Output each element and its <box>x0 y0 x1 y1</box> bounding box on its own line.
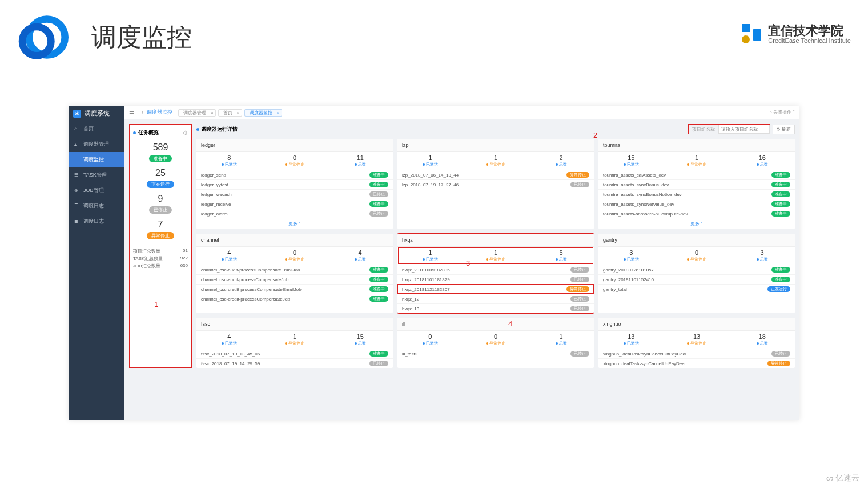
card-stats: 4已激活 0异常停止 4总数 <box>196 247 393 265</box>
card-title[interactable]: hxqz <box>397 234 594 247</box>
nav-icon: ▴ <box>74 142 80 147</box>
card-title[interactable]: gantry <box>598 234 795 247</box>
project-card: lzp 1已激活 1异常停止 2总数 lzp_2018_07_06_14_13_… <box>397 139 594 229</box>
stat-label: TASK汇总数量 <box>133 255 163 262</box>
job-row[interactable]: lzp_2018_07_06_14_13_44异常停止 <box>397 170 594 179</box>
card-title[interactable]: xinghuo <box>598 318 795 331</box>
job-row[interactable]: gantry_20180726101057准备中 <box>598 265 795 274</box>
job-name: channel_csc-credit-processCompensateJob <box>201 297 290 302</box>
job-row[interactable]: gantry_20181101152410准备中 <box>598 274 795 284</box>
job-status-tag: 异常停止 <box>566 172 589 178</box>
job-name: toumira_assets-abroadra-pulcompute-dev <box>603 211 688 217</box>
job-row[interactable]: xinghuo_dealTask-synCancelUnPayDeal异常停止 <box>598 358 795 368</box>
card-stats: 3已激活 0异常停止 3总数 <box>598 247 795 265</box>
card-title[interactable]: toumira <box>598 139 795 152</box>
close-ops-dropdown[interactable]: › 关闭操作 ˅ <box>770 109 795 115</box>
job-name: gantry_20181101152410 <box>603 277 654 282</box>
job-row[interactable]: channel_csc-credit-processCompensateJob准… <box>196 294 393 303</box>
card-title[interactable]: fssc <box>196 318 393 331</box>
nav-icon: ≣ <box>74 219 80 224</box>
menu-toggle-icon[interactable]: ☰ <box>129 109 137 117</box>
job-name: toumira_assets_syncBonusNotice_dev <box>603 192 682 197</box>
annotation-1: 1 <box>154 300 158 309</box>
tab[interactable]: 首页 <box>218 109 242 117</box>
job-row[interactable]: hxqz_13已停止 <box>397 303 594 313</box>
breadcrumb[interactable]: 调度器监控 <box>147 109 172 116</box>
job-row[interactable]: ledger_wecash已停止 <box>196 189 393 199</box>
card-title[interactable]: channel <box>196 234 393 247</box>
more-link[interactable]: 更多 ˅ <box>196 218 393 229</box>
card-stats: 1已激活 1异常停止 2总数 <box>397 152 594 170</box>
nav-item-5[interactable]: ≣调度日志 <box>69 198 124 214</box>
job-name: channel_csc-audit-processCompensateJob <box>201 277 288 282</box>
job-row[interactable]: ill_test2已停止 <box>397 349 594 358</box>
job-row[interactable]: toumira_assets_calAssets_dev准备中 <box>598 170 795 179</box>
job-name: ill_test2 <box>402 351 417 357</box>
overview-status-pill: 准备中 <box>149 155 172 162</box>
job-row[interactable]: xinghuo_idealTask/synCancelUnPayDeal已停止 <box>598 349 795 358</box>
job-row[interactable]: toumira_assets_syncNetValue_dev准备中 <box>598 199 795 209</box>
card-title[interactable]: ledger <box>196 139 393 152</box>
job-row[interactable]: toumira_assets_syncBonus_dev准备中 <box>598 179 795 189</box>
job-row[interactable]: hxqz_20181101181829已停止 <box>397 274 594 284</box>
job-status-tag: 准备中 <box>771 182 790 187</box>
job-row[interactable]: ledger_send准备中 <box>196 170 393 179</box>
sidebar: ✱ 调度系统 ⌂首页▴调度器管理☷调度监控☰TASK管理⊕JOB管理≣调度日志≣… <box>69 106 124 420</box>
more-link[interactable]: 更多 ˅ <box>598 218 795 229</box>
nav-item-2[interactable]: ☷调度监控 <box>69 152 124 167</box>
stat-value: 51 <box>183 248 188 254</box>
nav-item-6[interactable]: ≣调度日志 <box>69 214 124 229</box>
corp-sub: CreditEase Technical Institute <box>768 37 851 44</box>
job-status-tag: 异常停止 <box>566 286 589 292</box>
job-status-tag: 已停止 <box>570 296 589 302</box>
job-row[interactable]: hxqz_12已停止 <box>397 294 594 303</box>
tab[interactable]: 调度器监控 <box>244 109 282 117</box>
job-status-tag: 已停止 <box>369 191 388 197</box>
job-name: gantry_total <box>603 287 627 292</box>
svg-rect-3 <box>742 35 750 43</box>
tab[interactable]: 调度器管理 <box>178 109 216 117</box>
overview-title: 任务概览 <box>133 129 159 137</box>
job-row[interactable]: hxqz_20181009182835已停止 <box>397 265 594 274</box>
job-name: hxqz_20181101181829 <box>402 277 450 282</box>
job-status-tag: 已停止 <box>570 277 589 282</box>
nav-item-3[interactable]: ☰TASK管理 <box>69 167 124 183</box>
overview-status-pill: 正在运行 <box>147 181 174 188</box>
job-row[interactable]: toumira_assets-abroadra-pulcompute-dev准备… <box>598 209 795 218</box>
back-icon[interactable]: ‹ <box>142 109 143 115</box>
job-row[interactable]: channel_csc-credit-processCompensateEmai… <box>196 284 393 294</box>
job-row[interactable]: ledger_alarm已停止 <box>196 209 393 218</box>
job-row[interactable]: hxqz_20181121182807异常停止 <box>397 284 594 294</box>
refresh-button[interactable]: ⟳ 刷新 <box>773 125 795 134</box>
job-status-tag: 准备中 <box>369 172 388 178</box>
job-row[interactable]: ledger_yytest准备中 <box>196 179 393 189</box>
job-name: ledger_receive <box>201 202 231 207</box>
job-row[interactable]: lzp_2018_07_19_17_27_46已停止 <box>397 179 594 189</box>
job-row[interactable]: gantry_total正在运行 <box>598 284 795 294</box>
content: 任务概览 ⚙ 589 准备中25 正在运行9 已停止7 异常停止 项目汇总数量5… <box>124 119 799 373</box>
nav-item-0[interactable]: ⌂首页 <box>69 121 124 137</box>
search-label: 项目组名称 <box>689 125 718 134</box>
card-stats: 15已激活 1异常停止 16总数 <box>598 152 795 170</box>
job-row[interactable]: fssc_2018_07_19_13_45_06准备中 <box>196 349 393 358</box>
search-input[interactable] <box>718 125 770 134</box>
card-title[interactable]: lzp <box>397 139 594 152</box>
job-row[interactable]: ledger_receive准备中 <box>196 199 393 209</box>
stat-value: 922 <box>180 255 188 262</box>
overview-count: 7 <box>133 219 188 230</box>
overview-totals: 项目汇总数量51TASK汇总数量922JOB汇总数量630 <box>133 245 188 270</box>
job-row[interactable]: channel_csc-audit-processCompensateJob准备… <box>196 274 393 284</box>
job-row[interactable]: toumira_assets_syncBonusNotice_dev准备中 <box>598 189 795 199</box>
job-row[interactable]: channel_csc-audit-processCompensateEmail… <box>196 265 393 274</box>
job-name: ledger_yytest <box>201 182 228 187</box>
job-status-tag: 准备中 <box>369 296 388 302</box>
nav-item-4[interactable]: ⊕JOB管理 <box>69 183 124 198</box>
detail-panel: 调度器运行详情 项目组名称 ⟳ 刷新 ledger 8已激活 0异常停止 11总… <box>196 124 795 368</box>
card-title[interactable]: ill <box>397 318 594 331</box>
gear-icon[interactable]: ⚙ <box>183 130 188 136</box>
job-row[interactable]: fssc_2018_07_19_14_29_59已停止 <box>196 358 393 368</box>
nav-item-1[interactable]: ▴调度器管理 <box>69 137 124 152</box>
job-name: lzp_2018_07_06_14_13_44 <box>402 173 459 178</box>
cards-grid: ledger 8已激活 0异常停止 11总数 ledger_send准备中led… <box>196 139 795 368</box>
job-name: lzp_2018_07_19_17_27_46 <box>402 182 459 187</box>
